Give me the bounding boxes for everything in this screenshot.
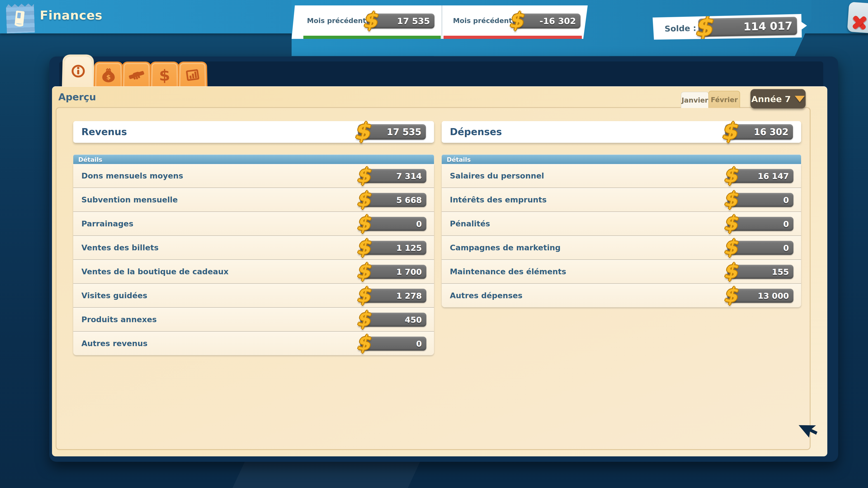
dollar-icon: $ [723,235,737,258]
balance-value: 114 017 [698,20,797,34]
revenues-card: Revenus $ 17 535 [73,121,434,143]
row-label: Intérêts des emprunts [450,195,547,204]
page-title: Finances [40,8,103,22]
row-label: Visites guidées [81,291,147,300]
handshake-icon [127,68,145,82]
row-amount-badge: $0 [727,217,794,231]
dollar-icon: $ [723,259,737,283]
expenses-total-badge: $ 16 302 [725,124,793,140]
chevron-down-icon [795,96,805,102]
revenues-list: Dons mensuels moyens$7 314Subvention men… [73,164,434,355]
money-bag-icon: $ [101,68,116,82]
previous-month-banner: Mois précédent $ 17 535 Mois précédent $… [291,5,588,39]
bar-chart-icon [184,68,200,82]
row-label: Parrainages [81,219,133,228]
finance-row: Campagnes de marketing$0 [442,236,801,260]
row-amount-badge: $1 700 [360,265,426,279]
expenses-list: Salaires du personnel$16 147Intérêts des… [442,164,801,307]
row-label: Produits annexes [81,315,157,324]
previous-month-expense: Mois précédent $ -16 302 [442,5,588,39]
expenses-card: Dépenses $ 16 302 [442,121,801,143]
row-label: Autres revenus [81,339,147,348]
row-label: Autres dépenses [450,291,522,300]
dollar-icon: $ [363,8,377,32]
revenues-total-badge: $ 17 535 [358,124,426,140]
month-tab-fevrier[interactable]: Février [708,91,740,108]
month-tab-janvier[interactable]: Janvier [681,92,709,108]
close-icon [851,14,868,31]
revenues-title: Revenus [81,127,127,137]
expenses-details-header: Détails [442,155,801,164]
expense-underline [443,36,582,39]
finance-row: Autres revenus$0 [73,332,434,355]
finance-row: Dons mensuels moyens$7 314 [73,164,434,188]
dollar-icon: $ [508,8,523,32]
finance-row: Pénalités$0 [442,212,801,236]
revenues-details-header: Détails [73,155,434,164]
row-amount-badge: $450 [360,313,426,326]
dollar-icon: $ [723,212,737,234]
panel-title: Aperçu [58,92,96,103]
tab-income[interactable]: $ [94,62,123,88]
tab-contracts[interactable] [122,62,151,88]
info-circle-icon [70,64,86,78]
row-label: Maintenance des éléments [450,267,566,276]
row-label: Pénalités [450,219,490,228]
previous-month-expense-label: Mois précédent [453,17,513,24]
row-amount-badge: $1 125 [360,240,426,255]
previous-month-income-label: Mois précédent [307,17,367,24]
ledger-book-icon [12,9,28,27]
row-label: Ventes de la boutique de cadeaux [81,267,228,276]
balance-label: Solde : [664,23,699,33]
finance-row: Maintenance des éléments$155 [442,260,801,284]
income-underline [303,36,441,39]
dollar-icon: $ [723,283,737,306]
dollar-icon: $ [356,235,370,258]
dollar-icon: $ [356,212,370,234]
year-selector-label: Année 7 [751,94,791,104]
row-amount-badge: $0 [727,193,794,207]
tab-loans[interactable]: $ [150,62,180,88]
row-label: Campagnes de marketing [450,243,561,252]
finance-row: Ventes des billets$1 125 [73,236,434,260]
finance-row: Parrainages$0 [73,212,434,236]
row-amount-badge: $0 [727,240,794,255]
dollar-icon: $ [356,259,370,283]
dollar-icon: $ [721,118,737,144]
finance-row: Salaires du personnel$16 147 [442,164,801,188]
dollar-icon: $ [356,331,370,354]
finances-window: Finances Mois précédent $ 17 535 Mois pr… [0,0,868,488]
dollar-icon: $ [159,66,170,84]
dollar-icon: $ [356,283,370,306]
balance-banner: Solde : $ 114 017 [653,14,807,40]
dollar-icon: $ [356,307,370,330]
row-label: Salaires du personnel [450,171,544,180]
dollar-icon: $ [723,164,737,187]
dollar-icon: $ [723,188,737,210]
finance-row: Subvention mensuelle$5 668 [73,188,434,212]
dollar-icon: $ [356,164,370,187]
row-amount-badge: $7 314 [360,169,426,183]
balance-badge: $ 114 017 [698,17,797,37]
expenses-title: Dépenses [450,127,502,137]
finance-row: Produits annexes$450 [73,308,434,332]
year-selector-dropdown[interactable]: Année 7 [750,89,806,108]
dollar-icon: $ [356,188,370,210]
row-amount-badge: $0 [360,217,426,231]
row-amount-badge: $155 [727,265,794,279]
finance-row: Visites guidées$1 278 [73,284,434,308]
tab-charts[interactable] [178,62,208,88]
tab-overview[interactable] [64,57,92,86]
previous-month-income: Mois précédent $ 17 535 [291,5,442,39]
svg-text:$: $ [106,73,111,80]
row-amount-badge: $13 000 [727,289,794,302]
finance-row: Ventes de la boutique de cadeaux$1 700 [73,260,434,284]
finance-row: Intérêts des emprunts$0 [442,188,801,212]
previous-month-income-badge: $ 17 535 [367,13,434,28]
row-label: Subvention mensuelle [81,195,178,204]
finance-row: Autres dépenses$13 000 [442,284,801,307]
row-label: Ventes des billets [81,243,158,252]
close-button[interactable] [847,2,868,33]
finances-ledger-icon [6,3,35,33]
dollar-icon: $ [354,118,370,144]
